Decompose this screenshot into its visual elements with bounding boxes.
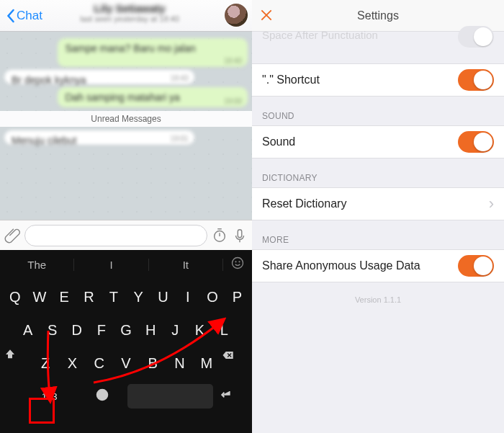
sound-cell[interactable]: Sound	[252, 125, 504, 159]
shortcut-label: "." Shortcut	[262, 73, 320, 86]
input-bar	[0, 220, 252, 250]
message-time: 18:43	[171, 74, 189, 82]
ghost-toggle	[458, 26, 494, 48]
key-i[interactable]: I	[176, 282, 199, 312]
share-usage-label: Share Anonymous Usage Data	[262, 259, 420, 272]
message-time: 18:40	[224, 57, 242, 65]
annotation-arrow-icon	[86, 314, 230, 393]
key-e[interactable]: E	[53, 282, 76, 312]
key-q[interactable]: Q	[4, 282, 26, 312]
key-y[interactable]: Y	[127, 282, 150, 312]
message-out[interactable]: Dah samping matahari ya 19:00	[58, 87, 248, 107]
section-dictionary: DICTIONARY	[252, 159, 504, 187]
message-time: 19:00	[224, 97, 242, 105]
key-d[interactable]: D	[66, 315, 88, 345]
svg-point-3	[235, 262, 236, 262]
contact-status: last seen yesterday at 18:40	[43, 14, 216, 23]
shortcut-cell[interactable]: "." Shortcut	[252, 63, 504, 97]
svg-point-2	[232, 258, 243, 269]
emoji-button[interactable]	[223, 256, 252, 273]
chat-header: Chat Lily Setiawaty last seen yesterday …	[0, 0, 252, 32]
timer-icon[interactable]	[212, 228, 228, 244]
suggestion[interactable]: I	[74, 259, 148, 271]
annotation-arrow-icon	[40, 325, 68, 404]
message-text: Br depok kyknya	[12, 74, 86, 86]
message-in[interactable]: Br depok kyknya 18:43	[4, 70, 194, 84]
message-time: 19:01	[171, 135, 189, 143]
message-text: Dah samping matahari ya	[65, 91, 180, 103]
message-text: Sampe mana? Baru mo jalan	[65, 43, 195, 54]
contact-name: Lily Setiawaty	[43, 2, 216, 14]
suggestion-row: The I It	[0, 250, 252, 279]
mic-icon[interactable]	[232, 228, 248, 244]
close-button[interactable]	[259, 8, 274, 25]
key-w[interactable]: W	[28, 282, 50, 312]
key-row-1: Q W E R T Y U I O P	[4, 282, 248, 312]
contact-title[interactable]: Lily Setiawaty last seen yesterday at 18…	[43, 2, 216, 23]
chat-body[interactable]: Sampe mana? Baru mo jalan 18:40 Br depok…	[0, 32, 252, 220]
key-p[interactable]: P	[226, 282, 248, 312]
chevron-right-icon: ›	[489, 195, 494, 213]
sound-toggle[interactable]	[458, 131, 494, 153]
key-t[interactable]: T	[102, 282, 125, 312]
key-r[interactable]: R	[78, 282, 100, 312]
back-button[interactable]: Chat	[6, 9, 42, 23]
key-o[interactable]: O	[201, 282, 223, 312]
svg-point-4	[239, 262, 240, 262]
sound-label: Sound	[262, 135, 295, 148]
version-label: Version 1.1.1	[252, 282, 504, 317]
key-a[interactable]: A	[17, 315, 39, 345]
message-input[interactable]	[24, 225, 207, 246]
reset-dictionary-cell[interactable]: Reset Dictionary ›	[252, 187, 504, 220]
shortcut-toggle[interactable]	[458, 69, 494, 91]
unread-separator: Unread Messages	[0, 111, 252, 127]
shift-key[interactable]	[4, 348, 31, 378]
suggestion[interactable]: It	[149, 259, 223, 271]
section-more: MORE	[252, 220, 504, 249]
avatar[interactable]	[225, 4, 248, 27]
attach-icon[interactable]	[4, 228, 20, 244]
key-u[interactable]: U	[152, 282, 174, 312]
close-icon	[259, 8, 274, 22]
section-sound: SOUND	[252, 97, 504, 125]
ghost-row-label: Space After Punctuation	[262, 29, 378, 41]
suggestion[interactable]: The	[0, 259, 74, 271]
message-text: Menuju cilebut	[12, 135, 76, 146]
share-usage-cell[interactable]: Share Anonymous Usage Data	[252, 249, 504, 282]
reset-dictionary-label: Reset Dictionary	[262, 197, 346, 210]
svg-point-0	[215, 231, 225, 241]
keyboard: The I It Q W E R T Y U I O P A S D	[0, 250, 252, 433]
share-usage-toggle[interactable]	[458, 255, 494, 277]
message-out[interactable]: Sampe mana? Baru mo jalan 18:40	[58, 38, 248, 67]
annotation-highlight	[29, 398, 55, 424]
svg-rect-1	[238, 229, 242, 237]
back-label: Chat	[17, 9, 42, 23]
chevron-left-icon	[6, 9, 15, 23]
message-in[interactable]: Menuju cilebut 19:01	[4, 130, 194, 145]
settings-title: Settings	[357, 9, 399, 22]
